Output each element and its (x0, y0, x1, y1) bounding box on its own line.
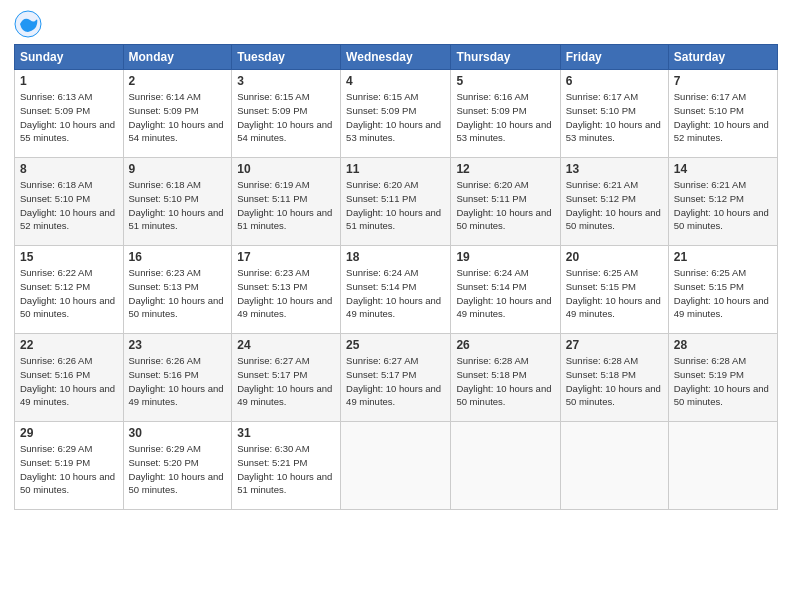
calendar-week-2: 8 Sunrise: 6:18 AM Sunset: 5:10 PM Dayli… (15, 158, 778, 246)
day-header-wednesday: Wednesday (341, 45, 451, 70)
day-number: 6 (566, 74, 663, 88)
calendar-cell (668, 422, 777, 510)
day-number: 21 (674, 250, 772, 264)
calendar-cell: 12 Sunrise: 6:20 AM Sunset: 5:11 PM Dayl… (451, 158, 560, 246)
calendar-cell (451, 422, 560, 510)
day-header-tuesday: Tuesday (232, 45, 341, 70)
day-number: 12 (456, 162, 554, 176)
calendar-cell: 17 Sunrise: 6:23 AM Sunset: 5:13 PM Dayl… (232, 246, 341, 334)
day-info: Sunrise: 6:24 AM Sunset: 5:14 PM Dayligh… (456, 266, 554, 321)
day-header-sunday: Sunday (15, 45, 124, 70)
day-info: Sunrise: 6:21 AM Sunset: 5:12 PM Dayligh… (566, 178, 663, 233)
calendar-cell (341, 422, 451, 510)
calendar-cell: 10 Sunrise: 6:19 AM Sunset: 5:11 PM Dayl… (232, 158, 341, 246)
calendar-cell: 26 Sunrise: 6:28 AM Sunset: 5:18 PM Dayl… (451, 334, 560, 422)
day-number: 9 (129, 162, 227, 176)
day-number: 24 (237, 338, 335, 352)
day-number: 20 (566, 250, 663, 264)
day-info: Sunrise: 6:18 AM Sunset: 5:10 PM Dayligh… (20, 178, 118, 233)
calendar-cell: 4 Sunrise: 6:15 AM Sunset: 5:09 PM Dayli… (341, 70, 451, 158)
calendar-table: SundayMondayTuesdayWednesdayThursdayFrid… (14, 44, 778, 510)
calendar-cell: 19 Sunrise: 6:24 AM Sunset: 5:14 PM Dayl… (451, 246, 560, 334)
day-number: 16 (129, 250, 227, 264)
calendar-cell: 29 Sunrise: 6:29 AM Sunset: 5:19 PM Dayl… (15, 422, 124, 510)
day-number: 31 (237, 426, 335, 440)
calendar-cell: 8 Sunrise: 6:18 AM Sunset: 5:10 PM Dayli… (15, 158, 124, 246)
day-header-thursday: Thursday (451, 45, 560, 70)
logo-icon (14, 10, 42, 38)
calendar-header-row: SundayMondayTuesdayWednesdayThursdayFrid… (15, 45, 778, 70)
calendar-cell: 11 Sunrise: 6:20 AM Sunset: 5:11 PM Dayl… (341, 158, 451, 246)
day-info: Sunrise: 6:13 AM Sunset: 5:09 PM Dayligh… (20, 90, 118, 145)
calendar-cell: 16 Sunrise: 6:23 AM Sunset: 5:13 PM Dayl… (123, 246, 232, 334)
calendar-week-3: 15 Sunrise: 6:22 AM Sunset: 5:12 PM Dayl… (15, 246, 778, 334)
day-info: Sunrise: 6:20 AM Sunset: 5:11 PM Dayligh… (346, 178, 445, 233)
calendar-week-1: 1 Sunrise: 6:13 AM Sunset: 5:09 PM Dayli… (15, 70, 778, 158)
day-info: Sunrise: 6:25 AM Sunset: 5:15 PM Dayligh… (674, 266, 772, 321)
calendar-cell: 15 Sunrise: 6:22 AM Sunset: 5:12 PM Dayl… (15, 246, 124, 334)
day-number: 23 (129, 338, 227, 352)
day-info: Sunrise: 6:23 AM Sunset: 5:13 PM Dayligh… (129, 266, 227, 321)
day-number: 25 (346, 338, 445, 352)
day-info: Sunrise: 6:19 AM Sunset: 5:11 PM Dayligh… (237, 178, 335, 233)
day-info: Sunrise: 6:14 AM Sunset: 5:09 PM Dayligh… (129, 90, 227, 145)
day-info: Sunrise: 6:17 AM Sunset: 5:10 PM Dayligh… (566, 90, 663, 145)
day-number: 11 (346, 162, 445, 176)
day-number: 29 (20, 426, 118, 440)
day-number: 19 (456, 250, 554, 264)
calendar-cell: 27 Sunrise: 6:28 AM Sunset: 5:18 PM Dayl… (560, 334, 668, 422)
day-info: Sunrise: 6:20 AM Sunset: 5:11 PM Dayligh… (456, 178, 554, 233)
calendar-cell: 31 Sunrise: 6:30 AM Sunset: 5:21 PM Dayl… (232, 422, 341, 510)
day-number: 15 (20, 250, 118, 264)
day-info: Sunrise: 6:26 AM Sunset: 5:16 PM Dayligh… (20, 354, 118, 409)
calendar-cell: 2 Sunrise: 6:14 AM Sunset: 5:09 PM Dayli… (123, 70, 232, 158)
day-number: 5 (456, 74, 554, 88)
day-header-friday: Friday (560, 45, 668, 70)
day-info: Sunrise: 6:28 AM Sunset: 5:18 PM Dayligh… (566, 354, 663, 409)
calendar-cell (560, 422, 668, 510)
day-header-monday: Monday (123, 45, 232, 70)
calendar-cell: 23 Sunrise: 6:26 AM Sunset: 5:16 PM Dayl… (123, 334, 232, 422)
calendar-cell: 30 Sunrise: 6:29 AM Sunset: 5:20 PM Dayl… (123, 422, 232, 510)
day-number: 4 (346, 74, 445, 88)
calendar-cell: 18 Sunrise: 6:24 AM Sunset: 5:14 PM Dayl… (341, 246, 451, 334)
day-info: Sunrise: 6:18 AM Sunset: 5:10 PM Dayligh… (129, 178, 227, 233)
day-number: 30 (129, 426, 227, 440)
day-info: Sunrise: 6:27 AM Sunset: 5:17 PM Dayligh… (346, 354, 445, 409)
day-info: Sunrise: 6:27 AM Sunset: 5:17 PM Dayligh… (237, 354, 335, 409)
day-number: 2 (129, 74, 227, 88)
calendar-cell: 7 Sunrise: 6:17 AM Sunset: 5:10 PM Dayli… (668, 70, 777, 158)
day-number: 13 (566, 162, 663, 176)
calendar-cell: 24 Sunrise: 6:27 AM Sunset: 5:17 PM Dayl… (232, 334, 341, 422)
page-container: SundayMondayTuesdayWednesdayThursdayFrid… (0, 0, 792, 520)
day-info: Sunrise: 6:29 AM Sunset: 5:20 PM Dayligh… (129, 442, 227, 497)
calendar-cell: 13 Sunrise: 6:21 AM Sunset: 5:12 PM Dayl… (560, 158, 668, 246)
day-info: Sunrise: 6:25 AM Sunset: 5:15 PM Dayligh… (566, 266, 663, 321)
day-number: 27 (566, 338, 663, 352)
day-info: Sunrise: 6:29 AM Sunset: 5:19 PM Dayligh… (20, 442, 118, 497)
calendar-cell: 21 Sunrise: 6:25 AM Sunset: 5:15 PM Dayl… (668, 246, 777, 334)
day-info: Sunrise: 6:22 AM Sunset: 5:12 PM Dayligh… (20, 266, 118, 321)
calendar-cell: 1 Sunrise: 6:13 AM Sunset: 5:09 PM Dayli… (15, 70, 124, 158)
calendar-cell: 5 Sunrise: 6:16 AM Sunset: 5:09 PM Dayli… (451, 70, 560, 158)
day-number: 14 (674, 162, 772, 176)
day-header-saturday: Saturday (668, 45, 777, 70)
day-number: 18 (346, 250, 445, 264)
day-info: Sunrise: 6:16 AM Sunset: 5:09 PM Dayligh… (456, 90, 554, 145)
day-info: Sunrise: 6:28 AM Sunset: 5:18 PM Dayligh… (456, 354, 554, 409)
calendar-cell: 14 Sunrise: 6:21 AM Sunset: 5:12 PM Dayl… (668, 158, 777, 246)
calendar-cell: 20 Sunrise: 6:25 AM Sunset: 5:15 PM Dayl… (560, 246, 668, 334)
day-number: 28 (674, 338, 772, 352)
header (14, 10, 778, 38)
day-info: Sunrise: 6:26 AM Sunset: 5:16 PM Dayligh… (129, 354, 227, 409)
day-info: Sunrise: 6:23 AM Sunset: 5:13 PM Dayligh… (237, 266, 335, 321)
day-number: 17 (237, 250, 335, 264)
day-info: Sunrise: 6:21 AM Sunset: 5:12 PM Dayligh… (674, 178, 772, 233)
day-number: 26 (456, 338, 554, 352)
calendar-cell: 22 Sunrise: 6:26 AM Sunset: 5:16 PM Dayl… (15, 334, 124, 422)
calendar-cell: 3 Sunrise: 6:15 AM Sunset: 5:09 PM Dayli… (232, 70, 341, 158)
day-info: Sunrise: 6:24 AM Sunset: 5:14 PM Dayligh… (346, 266, 445, 321)
day-info: Sunrise: 6:15 AM Sunset: 5:09 PM Dayligh… (237, 90, 335, 145)
day-info: Sunrise: 6:28 AM Sunset: 5:19 PM Dayligh… (674, 354, 772, 409)
calendar-cell: 28 Sunrise: 6:28 AM Sunset: 5:19 PM Dayl… (668, 334, 777, 422)
